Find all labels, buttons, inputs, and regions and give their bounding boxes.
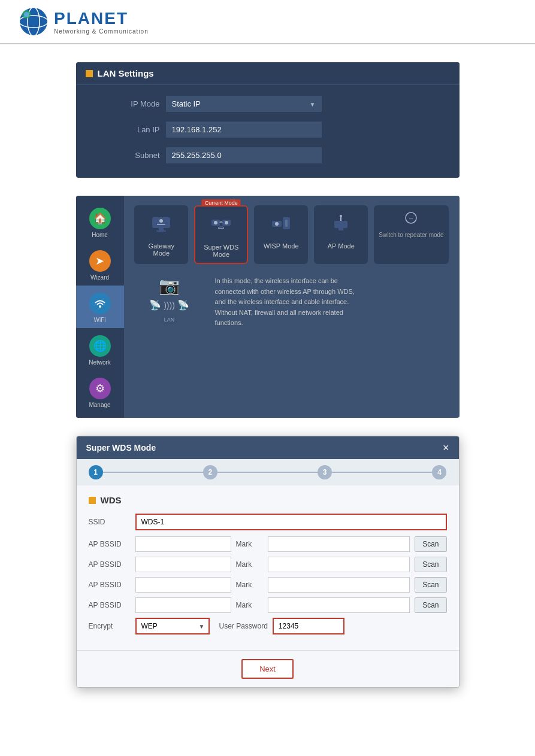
wisp-mode-label: WISP Mode (264, 242, 299, 250)
mode-buttons: Gateway Mode Current Mode (134, 205, 450, 264)
wds-mark-label-3: Mark (236, 581, 263, 589)
lan-ip-input[interactable] (166, 122, 322, 138)
wds-modal-title: Super WDS Mode (86, 443, 156, 453)
wds-password-input[interactable] (273, 618, 344, 634)
logo-text: PLANET Networking & Communication (54, 9, 149, 35)
wds-mark-input-2[interactable] (268, 557, 410, 572)
sidebar-item-wifi[interactable]: WiFi (76, 286, 124, 328)
wds-mark-input-1[interactable] (268, 536, 410, 552)
wds-modal-close-btn[interactable]: × (443, 442, 449, 453)
wds-encrypt-row: Encrypt WEP WPA WPA2 None User Password (89, 618, 447, 634)
lan-settings-header: LAN Settings (76, 62, 460, 85)
svg-rect-21 (334, 221, 347, 228)
wds-section-header: WDS (89, 495, 447, 505)
wds-scan-btn-2[interactable]: Scan (415, 557, 446, 572)
step-line-1 (103, 472, 203, 473)
lan-ip-label: Lan IP (88, 125, 160, 134)
svg-rect-10 (159, 228, 164, 230)
wds-ap-label-2: AP BSSID (89, 560, 131, 569)
mode-description-text: In this mode, the wireless interface can… (215, 276, 359, 329)
lan-subnet-input[interactable] (166, 147, 322, 163)
sidebar-home-label: Home (92, 232, 108, 238)
wds-mark-label-4: Mark (236, 601, 263, 609)
diagram-visual: 📡 )))) 📡 (149, 299, 189, 311)
svg-rect-20 (285, 220, 288, 227)
home-icon: 🏠 (89, 208, 111, 229)
gateway-icon (150, 212, 173, 239)
switch-repeater-btn[interactable]: ↔ Switch to repeater mode (374, 205, 448, 264)
lan-subnet-label: Subnet (88, 151, 160, 160)
wds-mark-input-3[interactable] (268, 577, 410, 593)
step-2: 2 (203, 465, 217, 479)
svg-rect-11 (156, 230, 166, 232)
wds-modal-body: WDS SSID AP BSSID Mark Scan AP BS (77, 485, 459, 650)
wds-mark-input-4[interactable] (268, 597, 410, 613)
sidebar-network-label: Network (89, 359, 111, 366)
gateway-mode-btn[interactable]: Gateway Mode (134, 205, 188, 264)
step-1: 1 (89, 465, 103, 479)
wds-encrypt-label: Encrypt (89, 622, 131, 630)
wds-ssid-row: SSID (89, 514, 447, 530)
svg-rect-24 (338, 228, 343, 230)
wds-ap-input-1[interactable] (135, 536, 231, 552)
wds-ap-label-4: AP BSSID (89, 601, 131, 609)
lan-ip-row: Lan IP (76, 117, 460, 142)
svg-rect-16 (219, 226, 223, 228)
lan-ip-mode-label: IP Mode (88, 99, 160, 108)
wisp-mode-btn[interactable]: WISP Mode (254, 205, 308, 264)
sidebar-item-wizard[interactable]: ➤ Wizard (76, 243, 124, 286)
mode-description: 📷 📡 )))) 📡 LAN In this mode, the wireles… (134, 276, 450, 329)
mode-sidebar: 🏠 Home ➤ Wizard WiFi 🌐 Networ (76, 196, 124, 418)
lan-ip-mode-select[interactable]: Static IP DHCP (166, 96, 322, 112)
step-3: 3 (318, 465, 332, 479)
super-wds-mode-label: Super WDS Mode (201, 244, 241, 258)
sidebar-item-home[interactable]: 🏠 Home (76, 201, 124, 243)
wifi-icon (89, 293, 111, 314)
wds-modal-footer: Next (77, 650, 459, 687)
wizard-icon: ➤ (89, 250, 111, 272)
lan-ip-mode-select-wrap[interactable]: Static IP DHCP (166, 96, 322, 112)
wds-scan-btn-3[interactable]: Scan (415, 577, 446, 593)
wds-scan-btn-1[interactable]: Scan (415, 536, 446, 552)
repeater-icon: ↔ (404, 211, 418, 228)
ap-mode-btn[interactable]: AP Mode (314, 205, 368, 264)
wds-ap-input-4[interactable] (135, 597, 231, 613)
wisp-icon (270, 212, 292, 239)
wds-ap-input-2[interactable] (135, 557, 231, 572)
svg-point-19 (275, 222, 279, 226)
super-wds-mode-btn[interactable]: Current Mode Super WDS Mode (194, 205, 248, 264)
lan-settings-panel: LAN Settings IP Mode Static IP DHCP Lan … (76, 62, 460, 178)
sidebar-item-network[interactable]: 🌐 Network (76, 328, 124, 371)
wds-ap-input-3[interactable] (135, 577, 231, 593)
svg-point-6 (99, 305, 101, 308)
sidebar-item-manage[interactable]: ⚙ Manage (76, 371, 124, 413)
logo: PLANET Networking & Communication (18, 6, 149, 37)
wds-ap-row-3: AP BSSID Mark Scan (89, 577, 447, 593)
header: PLANET Networking & Communication (0, 0, 535, 44)
sidebar-wizard-label: Wizard (90, 274, 109, 281)
switch-repeater-label: Switch to repeater mode (379, 232, 443, 238)
wds-ssid-input[interactable] (135, 514, 447, 530)
wds-next-btn[interactable]: Next (241, 659, 294, 679)
step-line-2 (217, 472, 318, 473)
wds-encrypt-select[interactable]: WEP WPA WPA2 None (137, 619, 208, 633)
manage-icon: ⚙ (89, 378, 111, 399)
lan-settings-title: LAN Settings (98, 68, 154, 78)
wds-scan-btn-4[interactable]: Scan (415, 597, 446, 613)
super-wds-icon (210, 214, 232, 240)
wds-modal-steps: 1 2 3 4 (77, 459, 459, 485)
svg-point-5 (24, 12, 29, 17)
lan-label-diagram: LAN (161, 315, 178, 324)
mode-diagram: 📷 📡 )))) 📡 LAN (134, 276, 205, 324)
router-icon-2: 📡 (177, 299, 189, 311)
wds-dot (89, 497, 96, 504)
wds-modal-box: Super WDS Mode × 1 2 3 4 WDS (76, 436, 460, 688)
network-icon: 🌐 (89, 335, 111, 357)
svg-point-14 (214, 221, 217, 224)
router-icon-1: 📡 (149, 299, 161, 311)
wds-encrypt-select-wrap[interactable]: WEP WPA WPA2 None (135, 618, 210, 634)
wave-icon: )))) (164, 300, 175, 310)
step-line-3 (332, 472, 432, 473)
lan-settings-body: IP Mode Static IP DHCP Lan IP Subnet (76, 85, 460, 178)
camera-icon: 📷 (159, 276, 180, 296)
